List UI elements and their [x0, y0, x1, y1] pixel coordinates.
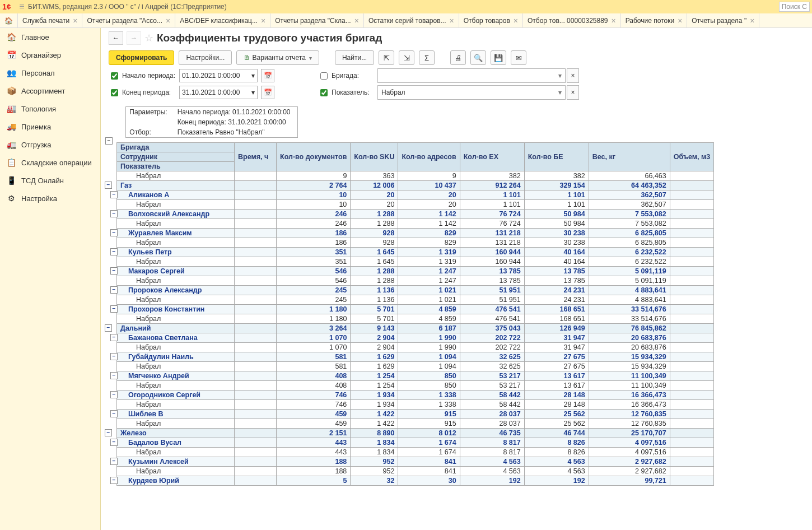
tab-2[interactable]: ABC/DEF классификац...× — [175, 13, 270, 27]
grid-row[interactable]: −Бадалов Вусал4431 8341 6748 8178 8264 0… — [117, 438, 714, 447]
grid-row[interactable]: Набрал4591 42291528 03725 56212 760,835 — [117, 419, 714, 428]
tab-5[interactable]: Отбор товаров× — [459, 13, 523, 27]
row-toggle-icon[interactable]: − — [110, 248, 118, 255]
grid-row[interactable]: −Курдяев Юрий5323019219299,721 — [117, 476, 714, 485]
grid-row[interactable]: Набрал5811 6291 09432 62527 67515 934,32… — [117, 361, 714, 371]
pokazatel-clear-icon[interactable]: × — [567, 85, 579, 100]
collapse-groups-icon[interactable]: ⇲ — [399, 50, 414, 65]
row-toggle-icon[interactable]: − — [110, 439, 118, 446]
tab-close-icon[interactable]: × — [261, 16, 265, 25]
row-toggle-icon[interactable]: − — [110, 267, 118, 275]
tab-7[interactable]: Рабочие потоки× — [621, 13, 688, 27]
brigada-clear-icon[interactable]: × — [567, 68, 579, 83]
grid-row[interactable]: Набрал2461 2881 14276 72450 9847 553,082 — [117, 218, 714, 228]
print-icon[interactable]: 🖨 — [450, 50, 466, 65]
grid-row[interactable]: −Бажанова Светлана1 0702 9041 990202 722… — [117, 333, 714, 342]
sum-icon[interactable]: Σ — [419, 50, 435, 65]
tab-close-icon[interactable]: × — [612, 16, 616, 25]
tab-close-icon[interactable]: × — [678, 16, 682, 25]
tab-close-icon[interactable]: × — [514, 16, 518, 25]
tab-0[interactable]: Служба печати× — [18, 13, 82, 27]
end-period-checkbox[interactable]: Конец периода: — [109, 87, 176, 98]
row-toggle-icon[interactable]: − — [110, 210, 118, 217]
tab-home[interactable]: 🏠 — [0, 13, 18, 27]
start-calendar-icon[interactable]: 📅 — [261, 69, 274, 82]
grid-row[interactable]: Набрал2451 1361 02151 95124 2314 883,641 — [117, 295, 714, 304]
row-toggle-icon[interactable]: − — [110, 353, 118, 360]
sidebar-item-8[interactable]: 📱ТСД Онлайн — [0, 171, 100, 189]
row-toggle-icon[interactable]: − — [110, 391, 118, 398]
grid-row[interactable]: −Журавлев Максим186928829131 21830 2386 … — [117, 228, 714, 238]
save-icon[interactable]: 💾 — [491, 50, 506, 65]
grid-row[interactable]: −Аликанов А1020201 1011 101362,507 — [117, 190, 714, 199]
nav-forward-button[interactable]: → — [127, 31, 141, 45]
grid-row[interactable]: −Шиблев В4591 42291528 03725 56212 760,8… — [117, 409, 714, 419]
email-icon[interactable]: ✉ — [511, 50, 526, 65]
brigada-combo[interactable] — [377, 68, 566, 83]
tab-8[interactable]: Отчеты раздела "× — [687, 13, 759, 27]
grid-row[interactable]: Набрал9363938238266,463 — [117, 171, 714, 180]
report-variants-button[interactable]: 🗎 Варианты отчета — [236, 50, 319, 65]
row-toggle-icon[interactable]: − — [110, 410, 118, 417]
row-toggle-icon[interactable]: − — [105, 182, 112, 189]
grid-row[interactable]: −Губайдулин Наиль5811 6291 09432 62527 6… — [117, 352, 714, 361]
grid-row[interactable]: −Кузьмин Алексей1889528414 5634 5632 927… — [117, 457, 714, 466]
grid-row[interactable]: −Волховский Александр2461 2881 14276 724… — [117, 209, 714, 218]
tab-close-icon[interactable]: × — [73, 16, 77, 25]
sidebar-item-2[interactable]: 👥Персонал — [0, 64, 100, 82]
end-calendar-icon[interactable]: 📅 — [261, 86, 274, 99]
form-button[interactable]: Сформировать — [109, 50, 174, 65]
global-search[interactable]: Поиск C — [779, 2, 810, 12]
tab-close-icon[interactable]: × — [450, 16, 454, 25]
favorite-star-icon[interactable]: ☆ — [144, 32, 153, 44]
sidebar-item-9[interactable]: ⚙Настройка — [0, 189, 100, 207]
grid-row[interactable]: Набрал1020201 1011 101362,507 — [117, 199, 714, 209]
grid-row[interactable]: −Мягченко Андрей4081 25485053 21713 6171… — [117, 371, 714, 380]
grid-row[interactable]: Набрал4081 25485053 21713 61711 100,349 — [117, 380, 714, 390]
row-toggle-icon[interactable]: − — [110, 229, 118, 236]
settings-button[interactable]: Настройки... — [179, 50, 232, 65]
row-toggle-icon[interactable]: − — [105, 429, 112, 436]
grid-row[interactable]: Набрал7461 9341 33858 44228 14816 366,47… — [117, 399, 714, 409]
pokazatel-checkbox[interactable]: Показатель: — [318, 87, 374, 98]
tab-close-icon[interactable]: × — [750, 16, 754, 25]
grid-row[interactable]: −Огородников Сергей7461 9341 33858 44228… — [117, 390, 714, 399]
tab-close-icon[interactable]: × — [354, 16, 359, 25]
grid-row[interactable]: Набрал1 0702 9041 990202 72231 94720 683… — [117, 342, 714, 352]
row-toggle-icon[interactable]: − — [110, 458, 118, 465]
preview-icon[interactable]: 🔍 — [470, 50, 486, 65]
row-toggle-icon[interactable]: − — [110, 286, 118, 294]
start-period-input[interactable]: 01.10.2021 0:00:00▾ — [179, 69, 258, 82]
grid-row[interactable]: −Дальний3 2649 1436 187375 043126 94976 … — [117, 323, 714, 333]
row-toggle-icon[interactable]: − — [110, 334, 118, 341]
sidebar-item-7[interactable]: 📋Складские операции — [0, 154, 100, 171]
row-toggle-icon[interactable]: − — [110, 372, 118, 379]
tab-close-icon[interactable]: × — [166, 16, 170, 25]
sidebar-item-4[interactable]: 🏭Топология — [0, 100, 100, 118]
pokazatel-combo[interactable]: Набрал — [377, 85, 566, 100]
expand-groups-icon[interactable]: ⇱ — [379, 50, 394, 65]
grid-row[interactable]: Набрал186928829131 21830 2386 825,805 — [117, 238, 714, 247]
hamburger-icon[interactable]: ≡ — [16, 2, 28, 12]
grid-row[interactable]: −Макаров Сергей5461 2881 24713 78513 785… — [117, 266, 714, 276]
grid-row[interactable]: −Пророков Александр2451 1361 02151 95124… — [117, 285, 714, 295]
tab-3[interactable]: Отчеты раздела "Скла...× — [270, 13, 364, 27]
sidebar-item-3[interactable]: 📦Ассортимент — [0, 82, 100, 100]
grid-row[interactable]: Набрал3511 6451 319160 94440 1646 232,52… — [117, 257, 714, 266]
row-toggle-icon[interactable]: − — [105, 324, 112, 332]
sidebar-item-0[interactable]: 🏠Главное — [0, 28, 100, 46]
row-toggle-icon[interactable]: − — [110, 191, 118, 198]
sidebar-item-6[interactable]: 🚛Отгрузка — [0, 136, 100, 154]
grid-row[interactable]: −Кульев Петр3511 6451 319160 94440 1646 … — [117, 247, 714, 257]
nav-back-button[interactable]: ← — [109, 31, 123, 45]
grid-row[interactable]: Набрал1889528414 5634 5632 927,682 — [117, 466, 714, 476]
row-toggle-icon[interactable]: − — [110, 477, 118, 484]
row-toggle-icon[interactable]: − — [110, 305, 118, 313]
sidebar-item-1[interactable]: 📅Органайзер — [0, 46, 100, 64]
sidebar-item-5[interactable]: 🚚Приемка — [0, 118, 100, 136]
tab-6[interactable]: Отбор тов... 00000325889× — [523, 13, 621, 27]
start-period-checkbox[interactable]: Начало периода: — [109, 71, 176, 81]
brigada-checkbox[interactable]: Бригада: — [318, 71, 374, 81]
grid-row[interactable]: −Железо2 1518 8908 01246 73546 74425 170… — [117, 428, 714, 438]
tab-4[interactable]: Остатки серий товаров...× — [364, 13, 459, 27]
